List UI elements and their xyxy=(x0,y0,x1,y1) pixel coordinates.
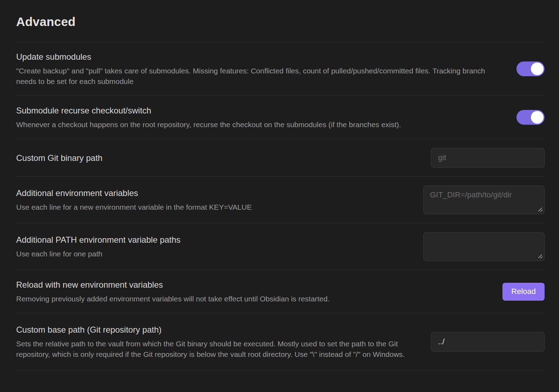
setting-name: Additional environment variables xyxy=(16,187,409,199)
setting-name: Update submodules xyxy=(16,51,502,63)
setting-info: Update submodules "Create backup" and "p… xyxy=(16,51,502,87)
resize-handle-icon[interactable] xyxy=(538,207,542,212)
path-env-textarea-wrap xyxy=(423,232,545,261)
env-vars-textarea-wrap xyxy=(423,185,545,214)
setting-name: Custom Git binary path xyxy=(16,152,417,164)
setting-name: Submodule recurse checkout/switch xyxy=(16,105,502,116)
env-vars-textarea[interactable] xyxy=(423,185,545,214)
setting-env-variables: Additional environment variables Use eac… xyxy=(16,176,545,223)
reload-button[interactable]: Reload xyxy=(502,283,545,301)
setting-update-submodules: Update submodules "Create backup" and "p… xyxy=(16,42,545,96)
path-env-textarea[interactable] xyxy=(423,232,545,261)
submodule-recurse-toggle[interactable] xyxy=(516,110,545,125)
setting-name: Additional PATH environment variable pat… xyxy=(16,234,409,246)
setting-description: Sets the relative path to the vault from… xyxy=(16,339,417,360)
toggle-knob xyxy=(531,63,544,75)
setting-git-binary-path: Custom Git binary path xyxy=(16,139,545,176)
setting-info: Additional PATH environment variable pat… xyxy=(16,234,409,259)
setting-description: Use each line for a new environment vari… xyxy=(16,202,409,213)
setting-info: Custom base path (Git repository path) S… xyxy=(16,324,417,360)
setting-custom-base-path: Custom base path (Git repository path) S… xyxy=(16,313,545,370)
setting-submodule-recurse: Submodule recurse checkout/switch Whenev… xyxy=(16,96,545,139)
setting-name: Custom base path (Git repository path) xyxy=(16,324,417,335)
setting-description: Removing previously added environment va… xyxy=(16,294,488,304)
update-submodules-toggle[interactable] xyxy=(516,61,545,76)
settings-page: Advanced Update submodules "Create backu… xyxy=(0,0,559,371)
setting-path-env-variables: Additional PATH environment variable pat… xyxy=(16,223,545,270)
resize-handle-icon[interactable] xyxy=(538,254,542,259)
setting-info: Reload with new environment variables Re… xyxy=(16,279,488,304)
setting-description: "Create backup" and "pull" takes care of… xyxy=(16,66,502,87)
setting-description: Whenever a checkout happens on the root … xyxy=(16,119,502,130)
base-path-input[interactable] xyxy=(431,332,545,352)
git-binary-path-input[interactable] xyxy=(431,148,545,168)
toggle-knob xyxy=(531,111,544,124)
setting-description: Use each line for one path xyxy=(16,249,409,259)
divider xyxy=(16,370,545,371)
setting-info: Custom Git binary path xyxy=(16,152,417,164)
setting-info: Additional environment variables Use eac… xyxy=(16,187,409,213)
setting-name: Reload with new environment variables xyxy=(16,279,488,290)
setting-info: Submodule recurse checkout/switch Whenev… xyxy=(16,105,502,130)
setting-reload-env: Reload with new environment variables Re… xyxy=(16,270,545,313)
page-title: Advanced xyxy=(16,0,545,42)
